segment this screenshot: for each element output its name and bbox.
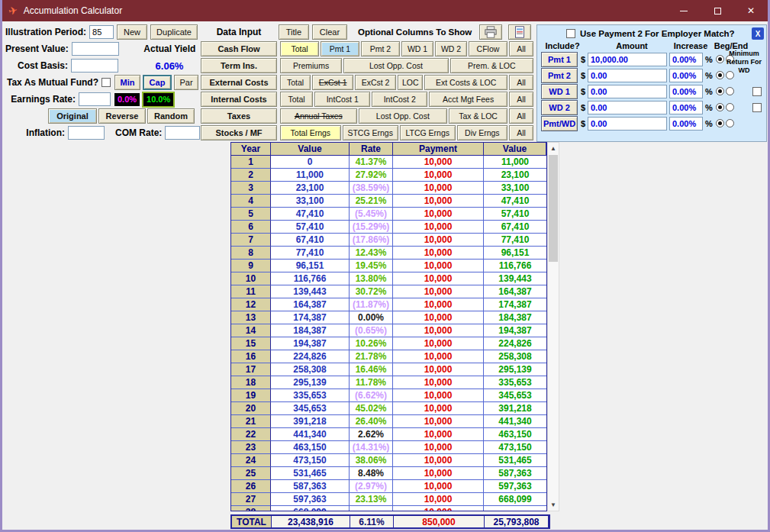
inflation-input[interactable] <box>68 126 105 140</box>
option-button-term-ins-prem-loc[interactable]: Prem. & LOC <box>450 58 533 73</box>
option-button-stocks-mf-all[interactable]: All <box>509 125 533 140</box>
option-button-internal-costs-acct-mgt-fees[interactable]: Acct Mgt Fees <box>429 92 507 107</box>
end-value-cell: 23,100 <box>484 169 546 182</box>
print-preview-button[interactable] <box>508 24 531 40</box>
option-button-internal-costs-intcost-2[interactable]: IntCost 2 <box>372 92 427 107</box>
maximize-button[interactable] <box>701 0 734 21</box>
option-button-cash-flow-wd-1[interactable]: WD 1 <box>401 41 433 56</box>
option-button-stocks-mf-stcg-erngs[interactable]: STCG Erngs <box>343 125 398 140</box>
option-button-cash-flow-pmt-1[interactable]: Pmt 1 <box>321 41 359 56</box>
category-button-external-costs[interactable]: External Costs <box>201 75 277 90</box>
increase-input-pmt-wd[interactable] <box>669 117 703 131</box>
column-header-payment-3: Payment <box>393 143 484 156</box>
option-button-stocks-mf-ltcg-erngs[interactable]: LTCG Erngs <box>400 125 456 140</box>
amount-input-wd-1[interactable] <box>588 85 667 98</box>
option-button-stocks-mf-div-erngs[interactable]: Div Erngs <box>457 125 507 140</box>
panel-close-button[interactable]: X <box>752 27 764 40</box>
scroll-down-icon[interactable]: ▼ <box>548 499 559 511</box>
option-button-cash-flow-pmt-2[interactable]: Pmt 2 <box>361 41 400 56</box>
option-button-cash-flow-total[interactable]: Total <box>280 41 319 56</box>
cap-button[interactable]: Cap <box>143 75 172 90</box>
category-button-stocks-mf[interactable]: Stocks / MF <box>201 125 277 140</box>
amount-input-pmt-wd[interactable] <box>588 117 667 131</box>
amount-input-wd-2[interactable] <box>588 101 667 114</box>
category-button-term-ins[interactable]: Term Ins. <box>201 58 277 73</box>
option-button-taxes-all[interactable]: All <box>509 108 533 124</box>
amount-input-pmt-1[interactable] <box>588 53 667 66</box>
increase-input-wd-1[interactable] <box>669 85 703 98</box>
beg-radio-pmt-wd[interactable] <box>716 119 724 127</box>
table-row-year-20: 20345,65345.02%10,000391,218 <box>231 402 546 415</box>
min-button[interactable]: Min <box>114 75 140 90</box>
beg-radio-wd-1[interactable] <box>716 87 724 95</box>
payment-button-wd-1[interactable]: WD 1 <box>541 84 578 99</box>
scroll-thumb[interactable] <box>549 155 558 262</box>
option-button-cash-flow-cflow[interactable]: CFlow <box>469 41 507 56</box>
year-cell: 26 <box>231 480 271 493</box>
option-button-internal-costs-intcost-1[interactable]: IntCost 1 <box>314 92 370 107</box>
option-button-term-ins-lost-opp-cost[interactable]: Lost Opp. Cost <box>343 58 449 73</box>
payment-cell: 10,000 <box>393 247 484 260</box>
wd-checkbox-wd-2[interactable] <box>752 103 762 112</box>
increase-input-pmt-1[interactable] <box>669 53 703 66</box>
new-button[interactable]: New <box>117 24 147 40</box>
payment-button-wd-2[interactable]: WD 2 <box>541 100 578 115</box>
payment-button-pmt-2[interactable]: Pmt 2 <box>541 68 578 83</box>
par-button[interactable]: Par <box>174 75 198 90</box>
tax-mutual-fund-checkbox[interactable] <box>101 78 111 87</box>
original-button[interactable]: Original <box>48 108 97 124</box>
rate-low-badge[interactable]: 0.0% <box>114 93 140 106</box>
clear-button[interactable]: Clear <box>312 24 347 40</box>
option-button-external-costs-excst-1[interactable]: ExCst 1 <box>312 75 353 90</box>
present-value-input[interactable] <box>72 42 119 56</box>
value-cell: 224,826 <box>271 350 350 363</box>
option-button-internal-costs-all[interactable]: All <box>509 92 533 107</box>
category-button-cash-flow[interactable]: Cash Flow <box>201 41 277 56</box>
table-scrollbar[interactable]: ▲ ▼ <box>547 142 559 511</box>
minimize-button[interactable] <box>667 0 701 21</box>
title-button[interactable]: Title <box>279 24 309 40</box>
beg-radio-wd-2[interactable] <box>716 103 724 111</box>
end-radio-wd-2[interactable] <box>726 103 734 111</box>
option-button-external-costs-loc[interactable]: LOC <box>398 75 423 90</box>
reverse-button[interactable]: Reverse <box>98 108 146 124</box>
wd-checkbox-wd-1[interactable] <box>752 87 762 96</box>
increase-input-pmt-2[interactable] <box>669 69 703 82</box>
payment-button-pmt-wd[interactable]: Pmt/WD <box>541 116 578 131</box>
increase-input-wd-2[interactable] <box>669 101 703 114</box>
earnings-rate-input[interactable] <box>79 92 111 106</box>
scroll-up-icon[interactable]: ▲ <box>548 143 559 154</box>
option-button-cash-flow-all[interactable]: All <box>509 41 533 56</box>
year-cell: 9 <box>231 260 271 272</box>
percent-label: % <box>705 103 713 112</box>
payment-cell: 10,000 <box>393 260 484 272</box>
option-button-taxes-annual-taxes[interactable]: Annual Taxes <box>280 108 357 124</box>
option-button-external-costs-total[interactable]: Total <box>280 75 311 90</box>
random-button[interactable]: Random <box>147 108 195 124</box>
option-button-term-ins-premiums[interactable]: Premiums <box>280 58 342 73</box>
end-radio-pmt-wd[interactable] <box>726 119 734 127</box>
rate-high-badge[interactable]: 10.0% <box>143 93 173 106</box>
option-button-cash-flow-wd-2[interactable]: WD 2 <box>435 41 467 56</box>
duplicate-button[interactable]: Duplicate <box>150 24 198 40</box>
cost-basis-input[interactable] <box>71 59 118 73</box>
option-button-taxes-tax-loc[interactable]: Tax & LOC <box>449 108 507 124</box>
illustration-period-input[interactable] <box>89 25 114 39</box>
option-button-stocks-mf-total-erngs[interactable]: Total Erngs <box>280 125 341 140</box>
option-button-taxes-lost-opp-cost[interactable]: Lost Opp. Cost <box>359 108 447 124</box>
com-rate-input[interactable] <box>165 126 200 140</box>
close-button[interactable]: ✕ <box>734 0 768 21</box>
option-button-external-costs-all[interactable]: All <box>509 75 533 90</box>
employer-match-checkbox[interactable] <box>566 29 575 38</box>
option-button-external-costs-excst-2[interactable]: ExCst 2 <box>355 75 396 90</box>
category-button-taxes[interactable]: Taxes <box>201 108 277 124</box>
amount-input-pmt-2[interactable] <box>588 69 667 82</box>
payment-button-pmt-1[interactable]: Pmt 1 <box>541 52 578 67</box>
print-button[interactable] <box>479 24 502 40</box>
category-button-internal-costs[interactable]: Internal Costs <box>201 92 277 107</box>
option-button-internal-costs-total[interactable]: Total <box>280 92 313 107</box>
total-end-value: 25,793,808 <box>485 516 549 527</box>
end-radio-wd-1[interactable] <box>726 87 734 95</box>
rate-cell: 8.48% <box>350 467 393 480</box>
option-button-external-costs-ext-costs-loc[interactable]: Ext Costs & LOC <box>424 75 507 90</box>
